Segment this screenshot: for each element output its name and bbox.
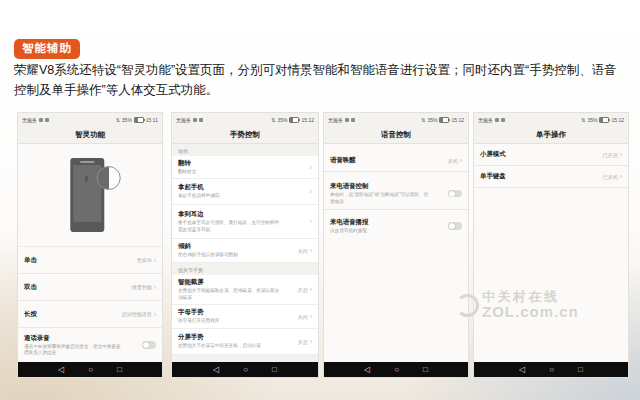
nav-back-icon[interactable]: ◁ [58, 366, 64, 374]
toggle-switch-off[interactable] [142, 341, 156, 349]
row-title: 来电语音播报 [330, 218, 368, 227]
chevron-right-icon: › [310, 188, 312, 195]
notification-icon [345, 118, 349, 122]
settings-row-pick-up[interactable]: 拿起手机 拿起手机后铃声减弱 › [172, 179, 318, 205]
data-arrows-icon: ⇅ [116, 117, 120, 123]
row-title: 通话录音 [24, 334, 124, 343]
chevron-right-icon: › [310, 247, 312, 254]
nav-home-icon[interactable]: ○ [88, 366, 93, 374]
settings-row-voice-wakeup[interactable]: 语音唤醒 关闭 › [324, 150, 468, 172]
row-subtitle: 左右倾斜手机以跨屏移动图标 [178, 252, 238, 258]
battery-percent: 35% [277, 117, 287, 123]
settings-row-split-screen-gesture[interactable]: 分屏手势 使用指关节在屏幕中间画直线，启动分屏 开启 › [172, 329, 318, 355]
settings-row-incoming-voice-broadcast[interactable]: 来电语音播报 仅连接耳机时播报 [324, 210, 468, 242]
android-nav-bar: ◁ ○ □ [324, 362, 468, 377]
carrier-label: 无服务 [22, 117, 37, 123]
row-value: 启动智能语音 [122, 311, 152, 317]
nav-recents-icon[interactable]: □ [117, 366, 122, 374]
row-title: 单击 [24, 256, 37, 265]
phone-screenshot-voice-control: 无服务 ⇅ 35% 15:12 语音控制 语音唤醒 关闭 › [323, 112, 469, 378]
notification-icon [351, 118, 355, 122]
row-value: 已开启 [603, 152, 618, 158]
row-subtitle: 将手机拿至耳边可接听、拨打电话，也可控制铃声需连接蓝牙耳机 [178, 220, 280, 233]
smart-key-illustration [18, 144, 162, 247]
toggle-switch-off[interactable] [448, 222, 462, 230]
row-subtitle: 使用指关节在屏幕中间画直线，启动分屏 [178, 343, 261, 349]
row-value: 开启 [298, 287, 308, 293]
status-bar: 无服务 ⇅ 35% 15:12 [172, 113, 318, 126]
nav-home-icon[interactable]: ○ [394, 366, 399, 374]
battery-icon [134, 117, 144, 123]
data-arrows-icon: ⇅ [271, 117, 275, 123]
settings-row-single-click[interactable]: 单击 无操作 › [18, 247, 162, 274]
settings-row-smart-screenshot[interactable]: 智能截屏 使用指关节智能截取全屏、区域截屏、录屏以及滚动截屏 开启 › [172, 275, 318, 305]
data-arrows-icon: ⇅ [581, 117, 585, 123]
settings-row-call-recording[interactable]: 通话录音 通话中长按荣耀智灵键启动录音，录音中将要获得联系人的信息 [18, 328, 162, 362]
settings-row-mini-screen[interactable]: 小屏模式 已开启 › [474, 144, 628, 166]
row-value: 情景智能 [132, 284, 152, 290]
settings-row-incoming-voice-control[interactable]: 来电语音控制 来电时，说“接听电话”或“挂断电话”可以接听、拒接电话 [324, 178, 468, 210]
page-title: 智灵功能 [18, 126, 162, 144]
nav-recents-icon[interactable]: □ [272, 366, 277, 374]
settings-row-raise-to-ear[interactable]: 拿到耳边 将手机拿至耳边可接听、拨打电话，也可控制铃声需连接蓝牙耳机 › [172, 205, 318, 239]
row-title: 字母手势 [178, 308, 219, 317]
settings-row-letter-gesture[interactable]: 字母手势 画字母打开应用程序 关闭 › [172, 305, 318, 329]
row-subtitle: 拿起手机后铃声减弱 [178, 193, 219, 199]
battery-percent: 35% [587, 117, 597, 123]
row-title: 长按 [24, 310, 37, 319]
status-bar: 无服务 ⇅ 35% 15:12 [474, 113, 628, 126]
toggle-switch-off[interactable] [448, 190, 462, 198]
notification-icon [501, 118, 505, 122]
notification-icon [45, 118, 49, 122]
battery-icon [599, 117, 609, 123]
row-title: 拿到耳边 [178, 210, 280, 219]
row-value: 无操作 [137, 257, 152, 263]
chevron-right-icon: › [460, 157, 462, 164]
clock-label: 15:12 [451, 117, 464, 123]
row-title: 语音唤醒 [330, 156, 356, 165]
nav-recents-icon[interactable]: □ [578, 366, 583, 374]
nav-back-icon[interactable]: ◁ [213, 366, 219, 374]
nav-recents-icon[interactable]: □ [423, 366, 428, 374]
notification-icon [199, 118, 203, 122]
page: 智能辅助 荣耀V8系统还特设“智灵功能”设置页面，分别可对情景智能和智能语音进行… [0, 0, 640, 400]
nav-home-icon[interactable]: ○ [243, 366, 248, 374]
nav-back-icon[interactable]: ◁ [519, 366, 525, 374]
chevron-right-icon: › [620, 151, 622, 158]
chevron-right-icon: › [620, 173, 622, 180]
android-nav-bar: ◁ ○ □ [18, 362, 162, 377]
settings-row-one-hand-keyboard[interactable]: 单手键盘 已关闭 › [474, 166, 628, 188]
row-value: 关闭 [298, 314, 308, 320]
row-subtitle: 翻转静音 [178, 169, 196, 175]
row-title: 分屏手势 [178, 333, 261, 342]
nav-back-icon[interactable]: ◁ [364, 366, 370, 374]
section-header: 动作 [172, 144, 318, 156]
chevron-right-icon: › [310, 164, 312, 171]
row-subtitle: 来电时，说“接听电话”或“挂断电话”可以接听、拒接电话 [330, 192, 430, 205]
intro-paragraph: 荣耀V8系统还特设“智灵功能”设置页面，分别可对情景智能和智能语音进行设置；同时… [14, 60, 622, 100]
phone-screenshot-one-hand: 无服务 ⇅ 35% 15:12 单手操作 小屏模式 已开启 › 单手键盘 [473, 112, 629, 378]
row-value: 关闭 [448, 158, 458, 164]
clock-label: 15:12 [611, 117, 624, 123]
nav-home-icon[interactable]: ○ [549, 366, 554, 374]
page-title: 语音控制 [324, 126, 468, 144]
settings-row-long-press[interactable]: 长按 启动智能语音 › [18, 301, 162, 328]
row-title: 翻转 [178, 159, 196, 168]
section-badge: 智能辅助 [14, 39, 80, 59]
status-bar: 无服务 ⇅ 35% 15:12 [324, 113, 468, 126]
row-value: 关闭 [298, 248, 308, 254]
notification-icon [39, 118, 43, 122]
page-title: 手势控制 [172, 126, 318, 144]
row-title: 来电语音控制 [330, 182, 430, 191]
page-title: 单手操作 [474, 126, 628, 144]
row-title: 智能截屏 [178, 278, 280, 287]
settings-row-double-click[interactable]: 双击 情景智能 › [18, 274, 162, 301]
android-nav-bar: ◁ ○ □ [172, 362, 318, 377]
row-title: 单手键盘 [480, 172, 506, 181]
row-value: 已关闭 [603, 174, 618, 180]
settings-row-flip[interactable]: 翻转 翻转静音 › [172, 156, 318, 179]
battery-percent: 35% [122, 117, 132, 123]
row-value: 开启 [298, 339, 308, 345]
settings-row-tilt[interactable]: 倾斜 左右倾斜手机以跨屏移动图标 关闭 › [172, 239, 318, 263]
carrier-label: 无服务 [478, 117, 493, 123]
